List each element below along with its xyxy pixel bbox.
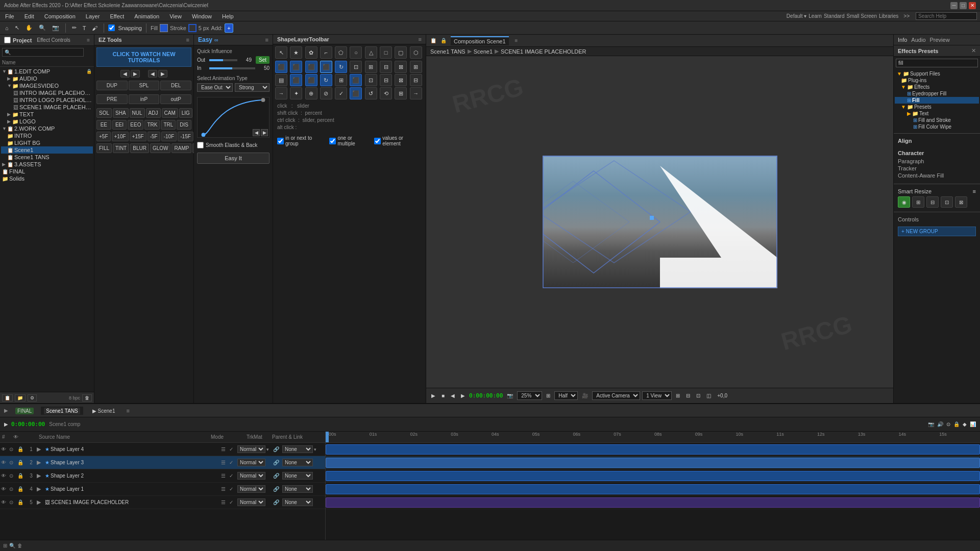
ez-btn-trk[interactable]: TRK <box>144 120 160 130</box>
viewer-next-frame[interactable]: ▶ <box>459 392 467 399</box>
toolbar-text[interactable]: T <box>81 24 88 32</box>
toolbar-camera[interactable]: 📷 <box>50 23 61 32</box>
tl-cont-3[interactable]: ✓ <box>229 473 237 479</box>
slt-icon-3-1[interactable]: ▤ <box>275 74 287 86</box>
menu-help[interactable]: Help <box>220 12 236 20</box>
slt-icon-4-8[interactable]: ⟲ <box>380 87 392 99</box>
tl-name-3[interactable]: Shape Layer 2 <box>51 473 221 479</box>
slt-icon-2-4[interactable]: ⬛ <box>320 61 332 73</box>
search-help-input[interactable] <box>916 12 977 20</box>
tl-bottom-btn3[interactable]: 🗑 <box>17 543 22 548</box>
ez-btn-spl[interactable]: SPL <box>129 81 160 90</box>
rp-tab-audio[interactable]: Audio <box>911 37 925 43</box>
tl-vis-3[interactable]: 👁 <box>1 473 9 479</box>
slt-icon-3-3[interactable]: ⬛ <box>305 74 317 86</box>
tracker-title[interactable]: Tracker <box>898 165 976 171</box>
tree-item-intro-img[interactable]: 🖼 INTRO IMAGE PLACEHOLDER <box>1 89 93 96</box>
ez-btn-eeo[interactable]: EEO <box>128 120 143 130</box>
tl-mode-select-1[interactable]: Normal <box>237 445 265 453</box>
bc-scene1tans[interactable]: Scene1 TANS <box>430 48 465 55</box>
tree-item-solids[interactable]: 📁 Solids <box>1 175 93 182</box>
toolbar-zoom[interactable]: 🔍 <box>37 23 48 32</box>
tl-vis-1[interactable]: 👁 <box>1 446 9 452</box>
slt-icon-4-4[interactable]: ⊘ <box>320 87 332 99</box>
tree-item-audio[interactable]: ▶ 📁 AUDIO <box>1 75 93 82</box>
viewer-stop[interactable]: ■ <box>439 392 447 399</box>
tl-shy-5[interactable]: ☰ <box>221 499 229 505</box>
ez-nav-next1[interactable]: ▶ <box>131 70 140 78</box>
smooth-elastic-checkbox[interactable] <box>197 142 204 148</box>
toolbar-paint[interactable]: 🖌 <box>90 24 100 32</box>
slt-icon-3-9[interactable]: ⊠ <box>395 74 407 86</box>
new-folder-button[interactable]: 📁 <box>15 394 26 402</box>
add-button[interactable]: + <box>225 23 233 33</box>
ez-btn-p5f[interactable]: +5F <box>96 132 111 141</box>
easy-it-button[interactable]: Easy It <box>197 153 270 164</box>
ep-fill-color-wipe[interactable]: ⊞ Fill Color Wipe <box>895 123 979 130</box>
tl-tab-scene1tans[interactable]: Scene1 TANS <box>41 407 83 415</box>
slt-icon-4-1[interactable]: → <box>275 87 287 99</box>
ez-menu[interactable]: ≡ <box>186 37 189 43</box>
tl-mode-select-3[interactable]: Normal <box>237 472 265 480</box>
tree-item-text[interactable]: ▶ 📁 TEXT <box>1 111 93 118</box>
char-title[interactable]: Character <box>898 150 976 156</box>
cb-values[interactable] <box>374 138 381 144</box>
toolbar-pen[interactable]: ✏ <box>70 23 79 32</box>
tl-cont-2[interactable]: ✓ <box>229 460 237 465</box>
tl-solo-5[interactable]: ⊙ <box>9 499 17 505</box>
ez-btn-inp[interactable]: inP <box>129 94 160 104</box>
tl-bar-4[interactable] <box>326 484 980 494</box>
ez-btn-del[interactable]: DEL <box>160 81 191 90</box>
project-menu[interactable]: ≡ <box>87 37 90 43</box>
tl-solo-2[interactable]: ⊙ <box>9 460 17 465</box>
cb-group[interactable] <box>277 138 284 144</box>
effects-search-input[interactable] <box>896 59 978 67</box>
tl-mode-select-5[interactable]: Normal <box>237 498 265 506</box>
tl-lock-all[interactable]: 🔒 <box>952 420 961 428</box>
toolbar-home[interactable]: ⌂ <box>3 24 11 32</box>
slt-icon-3-2[interactable]: ⬛ <box>290 74 302 86</box>
ez-btn-pre[interactable]: PRE <box>96 94 128 104</box>
ez-btn-dis[interactable]: DIS <box>177 120 191 130</box>
tl-expand-3[interactable]: ▶ <box>37 472 45 479</box>
slt-icon-2-6[interactable]: ⊡ <box>350 61 362 73</box>
menu-layer[interactable]: Layer <box>84 12 102 20</box>
viewer-play[interactable]: ▶ <box>429 392 437 399</box>
effect-controls-title[interactable]: Effect Controls <box>37 37 70 43</box>
comp-tab-scene1[interactable]: Composition Scene1 <box>451 36 509 45</box>
new-comp-button[interactable]: 📋 <box>2 394 13 402</box>
tl-shy-4[interactable]: ☰ <box>221 486 229 492</box>
project-settings-button[interactable]: ⚙ <box>28 394 37 402</box>
slt-icon-4-9[interactable]: ⊞ <box>395 87 407 99</box>
ease-strength-select[interactable]: Strong <box>235 83 270 92</box>
qi-out-slider[interactable] <box>209 59 237 61</box>
ep-text[interactable]: ▶ 📁 Text <box>895 110 979 117</box>
ez-btn-m10f[interactable]: -10F <box>161 132 177 141</box>
sr-btn-3[interactable]: ⊟ <box>926 196 939 208</box>
tree-item-scene1[interactable]: 📋 Scene1 <box>1 146 93 154</box>
tl-cont-5[interactable]: ✓ <box>229 499 237 505</box>
tl-bottom-btn2[interactable]: 🔍 <box>9 543 15 548</box>
viewer-camera[interactable]: 📷 <box>505 392 515 399</box>
curve-next[interactable]: ▶ <box>261 129 268 136</box>
rp-tab-info[interactable]: Info <box>898 37 907 43</box>
tl-markers[interactable]: ◆ <box>962 420 968 428</box>
qi-in-slider[interactable] <box>209 67 255 69</box>
ez-btn-m5f[interactable]: -5F <box>148 132 160 141</box>
workspace-default[interactable]: Default ▾ <box>787 13 806 19</box>
tl-bar-2[interactable] <box>326 458 980 468</box>
slt-icon-rect[interactable]: □ <box>380 46 392 59</box>
slt-icon-pentagon[interactable]: ⬠ <box>335 46 347 59</box>
slt-icon-3-5[interactable]: ⊞ <box>335 74 347 86</box>
ease-type-select[interactable]: Ease Out <box>197 83 233 92</box>
tl-parent-select-5[interactable]: None <box>282 498 313 506</box>
tl-bar-1[interactable] <box>326 444 980 455</box>
workspace-standard[interactable]: Standard <box>824 13 845 19</box>
slt-icon-3-7[interactable]: ⊡ <box>365 74 377 86</box>
stroke-swatch[interactable] <box>188 24 197 32</box>
tl-bottom-btn1[interactable]: ⊞ <box>3 543 7 548</box>
ez-btn-p10f[interactable]: +10F <box>112 132 129 141</box>
para-title[interactable]: Paragraph <box>898 158 976 164</box>
slt-icon-triangle[interactable]: △ <box>365 46 377 59</box>
tl-solo-1[interactable]: ⊙ <box>9 446 17 452</box>
